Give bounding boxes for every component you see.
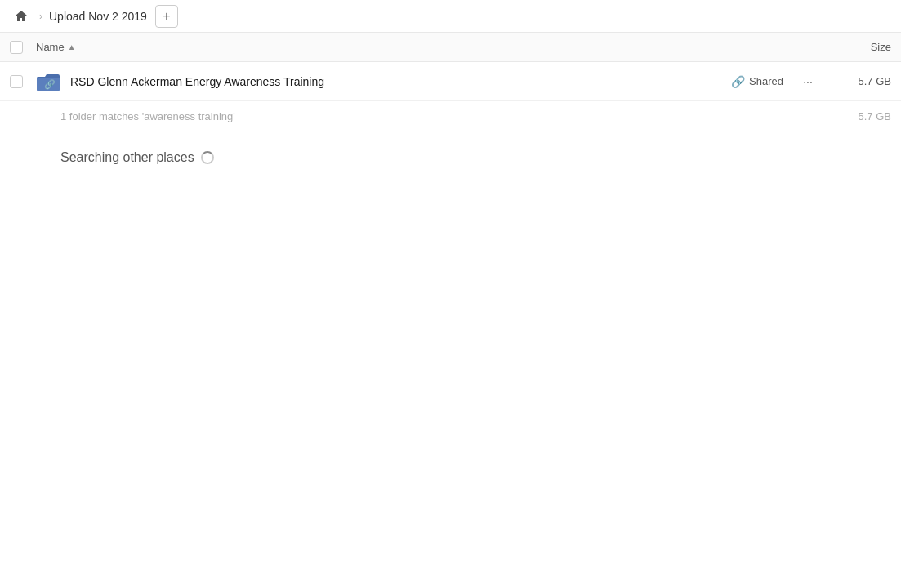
loading-spinner — [201, 151, 214, 164]
sort-indicator: ▲ — [68, 42, 76, 51]
svg-text:🔗: 🔗 — [44, 78, 56, 90]
searching-section: Searching other places — [0, 131, 901, 178]
row-folder-icon: 🔗 — [36, 69, 62, 95]
header-bar: › Upload Nov 2 2019 + — [0, 0, 901, 33]
row-file-name: RSD Glenn Ackerman Energy Awareness Trai… — [70, 75, 731, 88]
summary-text: 1 folder matches 'awareness training' — [60, 110, 826, 122]
header-checkbox[interactable] — [10, 41, 29, 54]
breadcrumb-separator: › — [39, 11, 42, 22]
summary-size: 5.7 GB — [826, 110, 891, 122]
shared-badge: 🔗 Shared — [731, 75, 783, 88]
home-icon — [15, 10, 28, 23]
searching-label: Searching other places — [60, 150, 194, 165]
checkbox-box — [10, 41, 23, 54]
row-checkbox-box — [10, 75, 23, 88]
summary-row: 1 folder matches 'awareness training' 5.… — [0, 101, 901, 131]
shared-folder-icon: 🔗 — [37, 71, 61, 92]
breadcrumb-title: Upload Nov 2 2019 — [49, 10, 147, 23]
add-button[interactable]: + — [155, 5, 178, 28]
ellipsis-icon: ··· — [803, 75, 813, 88]
row-checkbox[interactable] — [10, 75, 29, 88]
name-column-header[interactable]: Name ▲ — [36, 41, 826, 53]
home-button[interactable] — [10, 5, 33, 28]
more-button[interactable]: ··· — [796, 70, 819, 93]
size-label: Size — [871, 41, 891, 53]
column-header: Name ▲ Size — [0, 33, 901, 62]
name-label: Name — [36, 41, 65, 53]
link-icon: 🔗 — [731, 75, 745, 88]
shared-label: Shared — [749, 75, 783, 87]
file-row[interactable]: 🔗 RSD Glenn Ackerman Energy Awareness Tr… — [0, 62, 901, 101]
size-column-header: Size — [826, 41, 891, 53]
plus-icon: + — [163, 9, 170, 24]
row-size: 5.7 GB — [826, 75, 891, 87]
